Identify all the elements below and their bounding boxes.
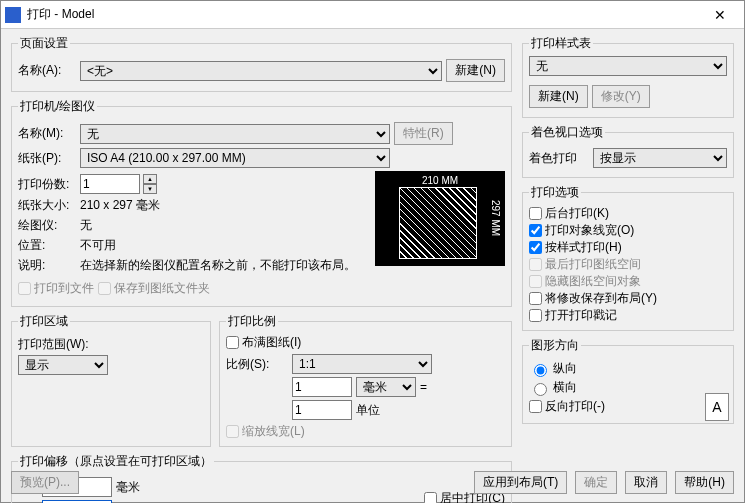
opt-lineweights[interactable]: 打印对象线宽(O) [529,222,727,239]
fit-to-paper-check[interactable]: 布满图纸(I) [226,334,505,351]
style-modify-button[interactable]: 修改(Y) [592,85,650,108]
desc-value: 在选择新的绘图仪配置名称之前，不能打印该布局。 [80,257,356,274]
print-to-file-check[interactable]: 打印到文件 [18,280,94,297]
plot-offset-legend: 打印偏移（原点设置在可打印区域） [18,453,214,470]
opt-paperspace-last[interactable]: 最后打印图纸空间 [529,256,727,273]
app-icon [5,7,21,23]
portrait-radio[interactable]: 纵向 [529,360,727,377]
page-setup-legend: 页面设置 [18,35,70,52]
paper-preview: 210 MM 297 MM [375,171,505,266]
plot-scale-legend: 打印比例 [226,313,278,330]
preview-button[interactable]: 预览(P)... [11,471,79,494]
orientation-icon: A [705,393,729,421]
plot-area-group: 打印区域 打印范围(W): 显示 [11,313,211,447]
location-value: 不可用 [80,237,116,254]
plotter-value: 无 [80,217,92,234]
shade-legend: 着色视口选项 [529,124,605,141]
shade-group: 着色视口选项 着色打印 按显示 [522,124,734,178]
save-to-drawing-check[interactable]: 保存到图纸文件夹 [98,280,210,297]
plot-style-select[interactable]: 无 [529,56,727,76]
papersize-value: 210 x 297 毫米 [80,197,160,214]
ratio-select[interactable]: 1:1 [292,354,432,374]
scale-unit1-select[interactable]: 毫米 [356,377,416,397]
opt-plot-stamp[interactable]: 打开打印戳记 [529,307,727,324]
paper-label: 纸张(P): [18,150,76,167]
window-title: 打印 - Model [27,6,700,23]
pagesetup-new-button[interactable]: 新建(N) [446,59,505,82]
plot-scale-group: 打印比例 布满图纸(I) 比例(S): 1:1 毫米 = [219,313,512,447]
range-select[interactable]: 显示 [18,355,108,375]
reverse-check[interactable]: 反向打印(-) [529,398,727,415]
ok-button[interactable]: 确定 [575,471,617,494]
printer-name-select[interactable]: 无 [80,124,390,144]
spin-up[interactable]: ▲ [143,174,157,184]
ratio-label: 比例(S): [226,356,288,373]
plotter-label: 绘图仪: [18,217,76,234]
scale-num1-input[interactable] [292,377,352,397]
opt-background[interactable]: 后台打印(K) [529,205,727,222]
preview-sheet [399,187,477,259]
copies-spinner[interactable]: ▲▼ [143,174,157,194]
landscape-radio[interactable]: 横向 [529,379,727,396]
location-label: 位置: [18,237,76,254]
shade-label: 着色打印 [529,150,589,167]
pagesetup-name-select[interactable]: <无> [80,61,442,81]
paper-select[interactable]: ISO A4 (210.00 x 297.00 MM) [80,148,390,168]
plot-area-legend: 打印区域 [18,313,70,330]
preview-height-label: 297 MM [490,171,501,266]
eq-label: = [420,380,427,394]
shade-select[interactable]: 按显示 [593,148,727,168]
printer-group: 打印机/绘图仪 名称(M): 无 特性(R) 纸张(P): ISO A4 (21… [11,98,512,307]
title-bar: 打印 - Model ✕ [1,1,744,29]
style-new-button[interactable]: 新建(N) [529,85,588,108]
plot-options-legend: 打印选项 [529,184,581,201]
printer-name-label: 名称(M): [18,125,76,142]
pagesetup-name-label: 名称(A): [18,62,76,79]
copies-input[interactable] [80,174,140,194]
scale-unit2-label: 单位 [356,402,380,419]
opt-plotstyles[interactable]: 按样式打印(H) [529,239,727,256]
dialog-footer: 预览(P)... 应用到布局(T) 确定 取消 帮助(H) [11,471,734,494]
page-setup-group: 页面设置 名称(A): <无> 新建(N) [11,35,512,92]
help-button[interactable]: 帮助(H) [675,471,734,494]
orientation-group: 图形方向 纵向 横向 反向打印(-) A [522,337,734,424]
opt-hide-paperspace[interactable]: 隐藏图纸空间对象 [529,273,727,290]
apply-button[interactable]: 应用到布局(T) [474,471,567,494]
scale-lw-check[interactable]: 缩放线宽(L) [226,423,505,440]
plot-options-group: 打印选项 后台打印(K) 打印对象线宽(O) 按样式打印(H) 最后打印图纸空间… [522,184,734,331]
printer-legend: 打印机/绘图仪 [18,98,97,115]
range-label: 打印范围(W): [18,336,204,353]
close-button[interactable]: ✕ [700,1,740,28]
plot-style-legend: 打印样式表 [529,35,593,52]
print-dialog: 打印 - Model ✕ 页面设置 名称(A): <无> 新建(N) 打印机/绘… [0,0,745,503]
papersize-label: 纸张大小: [18,197,76,214]
preview-width-label: 210 MM [375,175,505,186]
spin-down[interactable]: ▼ [143,184,157,194]
orientation-legend: 图形方向 [529,337,581,354]
scale-num2-input[interactable] [292,400,352,420]
plot-style-group: 打印样式表 无 新建(N) 修改(Y) [522,35,734,118]
opt-save-layout[interactable]: 将修改保存到布局(Y) [529,290,727,307]
copies-label: 打印份数: [18,176,76,193]
desc-label: 说明: [18,257,76,274]
printer-props-button[interactable]: 特性(R) [394,122,453,145]
cancel-button[interactable]: 取消 [625,471,667,494]
